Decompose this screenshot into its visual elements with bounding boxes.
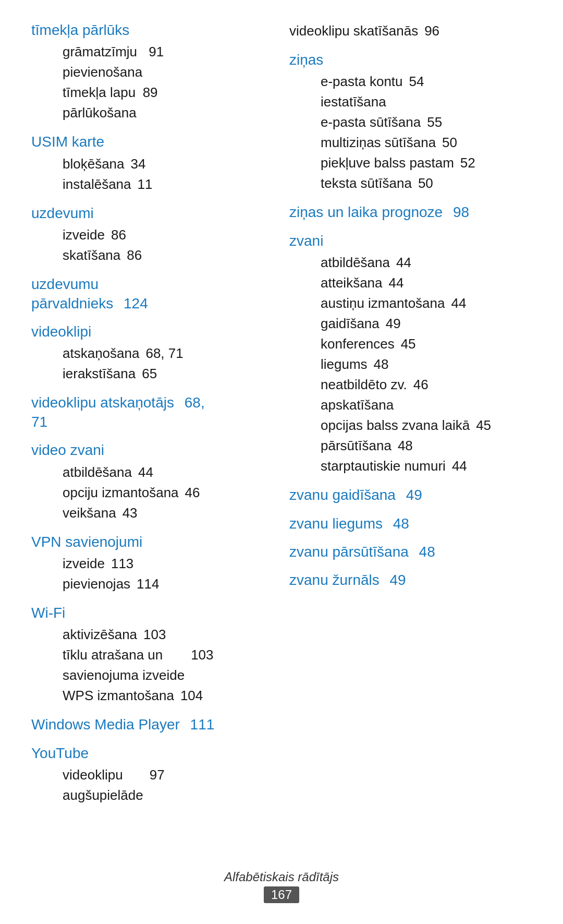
sub-item-num: 65 [142, 364, 157, 384]
sub-item: atbildēšana44 [289, 253, 532, 273]
sub-item-text: multiziņas sūtīšana [321, 133, 436, 153]
section-title-video-zvani: video zvani [31, 441, 274, 460]
sub-item-text: izveide [63, 225, 105, 245]
index-section-videoklipu-skatianas: videoklipu skatīšanās96 [289, 21, 532, 41]
footer-page-num: 167 [264, 886, 299, 903]
sub-item-text: tīklu atrašana unsavienojuma izveide [63, 645, 185, 686]
sub-item-num: 103 [143, 625, 166, 645]
sub-item: grāmatzīmjupievienošana91 [31, 42, 274, 82]
index-section-videoklipu-atskanotajs: videoklipu atskaņotājs 68,71 [31, 393, 274, 431]
index-section-windows-media-player: Windows Media Player 111 [31, 715, 274, 734]
sub-item-text: opciju izmantošana [63, 483, 179, 503]
sub-item-num: 44 [452, 456, 467, 476]
sub-item-num: 44 [389, 273, 404, 293]
sub-item: atbildēšana44 [31, 462, 274, 483]
sub-item-text: pievienojas [63, 574, 130, 594]
sub-item: gaidīšana49 [289, 314, 532, 334]
sub-item-text: aktivizēšana [63, 625, 137, 645]
section-title-usim-karte: USIM karte [31, 133, 274, 151]
sub-item-num: 46 [185, 483, 200, 503]
sub-item: pievienojas114 [31, 574, 274, 594]
section-page-num-zvanu-zurnals: 49 [386, 572, 406, 588]
sub-item-num: 45 [401, 334, 416, 354]
sub-item-text: skatīšana [63, 245, 120, 266]
sub-item-text: teksta sūtīšana [321, 173, 412, 194]
sub-item-num: 97 [150, 765, 165, 785]
section-title-timekla-parlaks: tīmekļa pārlūks [31, 21, 274, 40]
sub-item-num: 68, 71 [145, 343, 183, 364]
sub-item: bloķēšana34 [31, 154, 274, 174]
sub-item-text: e-pasta kontuiestatīšana [321, 71, 403, 112]
index-section-videoklipi: videoklipiatskaņošana68, 71ierakstīšana6… [31, 322, 274, 384]
sub-item-num: 46 [413, 375, 429, 395]
section-page-num-uzdevumu-parvaldnieks: 124 [119, 295, 148, 311]
sub-item: veikšana43 [31, 503, 274, 523]
section-title-uzdevumi: uzdevumi [31, 204, 274, 223]
sub-item: opcijas balss zvana laikā45 [289, 415, 532, 436]
section-page-num-zvanu-gaidisana: 49 [402, 487, 422, 503]
index-section-zinas: ziņase-pasta kontuiestatīšana54e-pasta s… [289, 51, 532, 194]
sub-item-num: 48 [374, 354, 389, 375]
sub-item-text: WPS izmantošana [63, 686, 174, 706]
sub-item-text: liegums [321, 354, 368, 375]
index-content: tīmekļa pārlūksgrāmatzīmjupievienošana91… [31, 21, 532, 815]
section-title-wi-fi: Wi-Fi [31, 604, 274, 622]
index-section-uzdevumi: uzdevumiizveide86skatīšana86 [31, 204, 274, 266]
sub-item: videoklipu skatīšanās96 [289, 21, 532, 41]
sub-item-num: 104 [180, 686, 203, 706]
sub-item-text: grāmatzīmjupievienošana [63, 42, 142, 82]
index-section-zvanu-parsutisana: zvanu pārsūtīšana 48 [289, 543, 532, 561]
index-section-video-zvani: video zvaniatbildēšana44opciju izmantoša… [31, 441, 274, 523]
sub-item-text: austiņu izmantošana [321, 293, 445, 314]
sub-item-num: 113 [111, 554, 133, 574]
sub-item-text: gaidīšana [321, 314, 380, 334]
sub-item-num: 55 [427, 112, 442, 133]
sub-item-text: izveide [63, 554, 105, 574]
sub-item-text: videoklipuaugšupielāde [63, 765, 143, 806]
sub-item-text: neatbildēto zv.apskatīšana [321, 375, 407, 415]
footer-label: Alfabētiskais rādītājs [0, 870, 563, 884]
index-section-timekla-parlaks: tīmekļa pārlūksgrāmatzīmjupievienošana91… [31, 21, 274, 123]
section-title-videoklipu-atskanotajs: videoklipu atskaņotājs 68,71 [31, 393, 274, 431]
sub-item-num: 114 [137, 574, 159, 594]
sub-item: opciju izmantošana46 [31, 483, 274, 503]
sub-item-num: 52 [460, 153, 475, 173]
section-title-zvanu-zurnals: zvanu žurnāls 49 [289, 571, 532, 590]
sub-item: e-pasta sūtīšana55 [289, 112, 532, 133]
sub-item: neatbildēto zv.apskatīšana46 [289, 375, 532, 415]
sub-item-text: starptautiskie numuri [321, 456, 446, 476]
sub-item-num: 43 [123, 503, 138, 523]
sub-item-num: 86 [127, 245, 142, 266]
sub-item-text: veikšana [63, 503, 116, 523]
sub-item: e-pasta kontuiestatīšana54 [289, 71, 532, 112]
sub-item: videoklipuaugšupielāde97 [31, 765, 274, 806]
index-section-youtube: YouTubevideoklipuaugšupielāde97 [31, 744, 274, 806]
index-section-usim-karte: USIM kartebloķēšana34instalēšana11 [31, 133, 274, 194]
section-title-zvanu-parsutisana: zvanu pārsūtīšana 48 [289, 543, 532, 561]
index-section-zvanu-liegums: zvanu liegums 48 [289, 514, 532, 533]
sub-item: piekļuve balss pastam52 [289, 153, 532, 173]
section-title-zvanu-liegums: zvanu liegums 48 [289, 514, 532, 533]
sub-item: skatīšana86 [31, 245, 274, 266]
sub-item-num: 50 [442, 133, 457, 153]
section-title-uzdevumu-parvaldnieks: uzdevumupārvaldnieks 124 [31, 275, 274, 313]
index-section-uzdevumu-parvaldnieks: uzdevumupārvaldnieks 124 [31, 275, 274, 313]
sub-item-num: 89 [143, 82, 158, 103]
sub-item: teksta sūtīšana50 [289, 173, 532, 194]
section-page-num-windows-media-player: 111 [186, 716, 215, 733]
sub-item-text: atskaņošana [63, 343, 139, 364]
index-section-vpn-savienojumi: VPN savienojumiizveide113pievienojas114 [31, 533, 274, 594]
section-title-youtube: YouTube [31, 744, 274, 763]
sub-item: starptautiskie numuri44 [289, 456, 532, 476]
left-column: tīmekļa pārlūksgrāmatzīmjupievienošana91… [31, 21, 289, 815]
section-page-num-zvanu-parsutisana: 48 [415, 544, 435, 560]
section-title-zvani: zvani [289, 232, 532, 250]
section-page-num-videoklipu-atskanotajs: 68, [180, 394, 205, 411]
sub-item-text: instalēšana [63, 174, 131, 195]
sub-item-num: 44 [451, 293, 466, 314]
sub-item: izveide86 [31, 225, 274, 245]
sub-item: atskaņošana68, 71 [31, 343, 274, 364]
sub-item-num: 96 [424, 21, 439, 41]
index-section-zinas-un-laika-prognoze: ziņas un laika prognoze 98 [289, 203, 532, 222]
section-title-zvanu-gaidisana: zvanu gaidīšana 49 [289, 486, 532, 505]
